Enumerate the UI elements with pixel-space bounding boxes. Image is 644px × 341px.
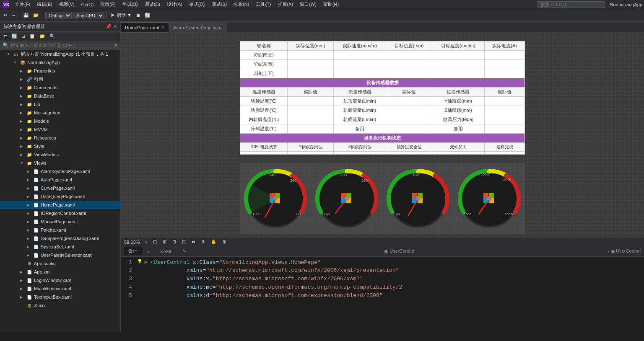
tree-curvepage[interactable]: ▶ 📄 CurvePage.xaml (0, 184, 120, 192)
tree-viewmodels[interactable]: ▶ 📁 ViewModels (0, 150, 120, 159)
sensor-row-3: 内轨脚温度(℃) 轨廓流量(L/min) 喷风压力(Mpa) (240, 115, 525, 124)
tree-systemset[interactable]: ▶ 📄 SystemSet.xaml (0, 243, 120, 251)
tree-dataquerypage[interactable]: ▶ 📄 DataQueryPage.xaml (0, 192, 120, 201)
pan-icon[interactable]: ✋ (210, 239, 218, 245)
menu-extensions[interactable]: 扩展(X) (275, 0, 297, 8)
sidebar-collapse-btn[interactable]: ⊟ (20, 33, 27, 40)
tree-mainwindow[interactable]: ▶ 📄 MainWindow.xaml (0, 284, 120, 293)
fit-icon[interactable]: ⊡ (181, 239, 187, 245)
tree-userpaletteselector[interactable]: ▶ 📄 UserPaletteSelector.xaml (0, 251, 120, 259)
sidebar-showfiles-btn[interactable]: 📁 (38, 33, 47, 40)
toolbar-stop[interactable]: ⏹ (134, 12, 142, 19)
tab-alarmsystempage[interactable]: AlarmSystemPage.xaml (169, 22, 227, 32)
tree-appxml[interactable]: ▶ 📄 App.xml (0, 268, 120, 276)
item-label: CurvePage.xaml (41, 186, 75, 191)
tree-alarmsystempage[interactable]: ▶ 📄 AlarmSystemPage.xaml (0, 167, 120, 176)
toolbar-restart[interactable]: 🔄 (143, 12, 152, 19)
tree-messagebox[interactable]: ▶ 📁 Messagebox (0, 108, 120, 117)
platform-dropdown[interactable]: Any CPU (73, 12, 104, 19)
sidebar-search-input[interactable] (10, 43, 94, 48)
tree-solution[interactable]: ▼ 🗂 解决方案 'NormalizingApp' (1 个项目，共 1 (0, 50, 120, 58)
tree-views[interactable]: ▼ 📁 Views (0, 159, 120, 167)
sr1c3: 轨顶流量(L/min) (333, 97, 386, 106)
snap-icon[interactable]: ⊞ (171, 239, 177, 245)
search-clear-icon[interactable]: ✕ (114, 42, 118, 48)
zoom-value: 59.63% (124, 240, 140, 245)
tab-homepage[interactable]: HomePage.xaml ✕ (121, 22, 169, 32)
tree-resources[interactable]: ▶ 📁 Resources (0, 134, 120, 142)
tree-references[interactable]: ▶ 🔗 引用 (0, 75, 120, 83)
tree-sampleprogressdialog[interactable]: ▶ 📄 SampleProgressDialog.xaml (0, 234, 120, 243)
zoom-reset-icon[interactable]: ○ (143, 239, 148, 245)
menu-build[interactable]: 生成(B) (119, 0, 141, 8)
sr2c3: 轨腰流量(L/min) (333, 106, 386, 115)
tree-homepage[interactable]: ▶ 📄 HomePage.xaml (0, 201, 120, 209)
menu-project[interactable]: 项目(P) (97, 0, 119, 8)
menu-git[interactable]: Git(G) (78, 1, 97, 8)
sidebar-props-btn[interactable]: 📋 (28, 33, 37, 40)
tree-properties[interactable]: ▶ 📁 Properties (0, 67, 120, 75)
toolbar-undo[interactable]: ↩ (2, 12, 9, 19)
tree-autopage[interactable]: ▶ 📄 AutoPage.xaml (0, 176, 120, 184)
design-tab-design[interactable]: 设计 (124, 247, 142, 255)
design-tab-xaml[interactable]: XAML (156, 248, 177, 255)
gauges-area: 120 240 360 500 (240, 163, 525, 234)
xaml-icon: 📄 (26, 285, 33, 292)
bottom-toolbar: 59.63% ○ ⊞ ⊞ ⊞ ⊡ ⇔ ⇕ ✋ ⊞ (121, 237, 644, 246)
grid-icon-2[interactable]: ⊞ (161, 239, 168, 245)
close-sidebar-icon[interactable]: ✕ (113, 24, 117, 29)
y-actual-pos (288, 60, 334, 69)
menu-file[interactable]: 文件(F) (12, 0, 34, 8)
align-icon-2[interactable]: ⇕ (200, 239, 206, 245)
tree-ioregioncontrol[interactable]: ▶ 📄 IORegionControl.xaml (0, 209, 120, 217)
tree-lib[interactable]: ▶ 📁 Lib (0, 100, 120, 108)
sidebar-filter-btn[interactable]: 🔍 (48, 33, 57, 40)
tree-manualpage[interactable]: ▶ 📄 ManualPage.xaml (0, 217, 120, 226)
menu-test[interactable]: 测试(S) (208, 0, 231, 8)
artboard-icon[interactable]: ⊞ (221, 239, 228, 245)
tree-loginwindow[interactable]: ▶ 📄 LoginWindow.xaml (0, 276, 120, 284)
tree-commands[interactable]: ▶ 📁 Commands (0, 83, 120, 92)
menu-design[interactable]: 设计(A) (164, 0, 186, 8)
tree-models[interactable]: ▶ 📁 Models (0, 117, 120, 125)
tree-zticon[interactable]: 🖼 zt.ico (0, 301, 120, 310)
menu-tools[interactable]: 工具(T) (252, 0, 274, 8)
design-tab-edit[interactable]: ✎ (178, 248, 190, 255)
item-label: zt.ico (34, 303, 45, 308)
sidebar-refresh-btn[interactable]: 🔄 (10, 33, 19, 40)
menu-help[interactable]: 帮助(H) (320, 0, 342, 8)
menu-edit[interactable]: 编辑(E) (34, 0, 56, 8)
menu-view[interactable]: 视图(V) (56, 0, 78, 8)
sensor-col6: 实际值 (485, 88, 525, 97)
line-num-3: 3 (121, 276, 135, 282)
config-dropdown[interactable]: Debug (45, 12, 72, 19)
pin-icon[interactable]: 📌 (106, 24, 112, 29)
tree-textinputbox[interactable]: ▶ 📄 TextInputBox.xaml (0, 293, 120, 301)
toolbar-save[interactable]: 💾 (21, 12, 31, 19)
lightbulb-icon[interactable]: 💡 (137, 259, 142, 264)
code-line-1: 1 💡 ⊕ <UserControl x:Class="NormalizingA… (121, 258, 644, 267)
tree-project[interactable]: ▼ 📦 NormalizingApp (0, 58, 120, 67)
menu-format[interactable]: 格式(O) (186, 0, 208, 8)
search-box[interactable] (538, 1, 605, 8)
tree-palette[interactable]: ▶ 📄 Palette.xaml (0, 226, 120, 234)
tree-style[interactable]: ▶ 📁 Style (0, 142, 120, 150)
tree-appconfig[interactable]: ⚙ App.config (0, 259, 120, 268)
xaml-icon: 📄 (33, 235, 39, 242)
sr4c1: 冷却温度(℃) (240, 124, 288, 134)
toolbar-redo[interactable]: ↪ (10, 12, 17, 19)
menu-window[interactable]: 窗口(W) (296, 0, 320, 8)
menu-debug[interactable]: 调试(D) (141, 0, 164, 8)
grid-icon[interactable]: ⊞ (152, 239, 158, 245)
menu-analyze[interactable]: 分析(N) (230, 0, 252, 8)
tree-database[interactable]: ▶ 📁 DataBase (0, 92, 120, 100)
sidebar-title: 解决方案资源管理器 (3, 23, 45, 30)
tree-mvvm[interactable]: ▶ 📁 MVVM (0, 125, 120, 134)
tab-homepage-close[interactable]: ✕ (161, 25, 164, 30)
sidebar-sync-btn[interactable]: ⇄ (2, 33, 9, 40)
toolbar-open[interactable]: 📂 (31, 12, 41, 19)
start-button[interactable]: ▶ 启动 ▼ (109, 11, 133, 19)
item-label: Commands (34, 85, 57, 90)
design-tab-split[interactable]: ↕ (143, 248, 154, 255)
align-icon[interactable]: ⇔ (190, 239, 197, 245)
